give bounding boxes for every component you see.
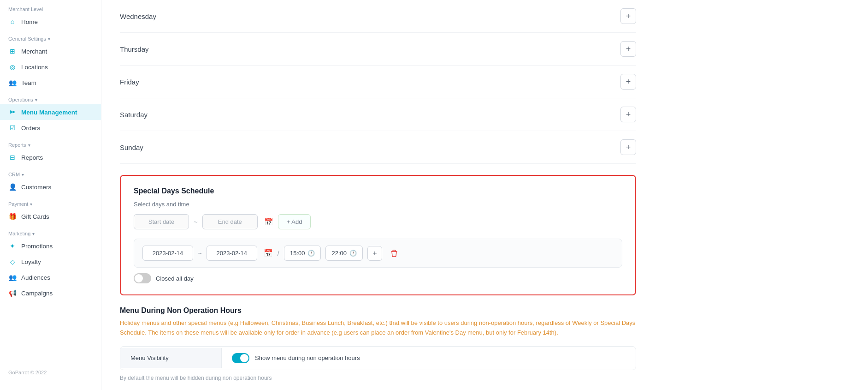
day-row-wednesday: Wednesday + — [120, 0, 636, 33]
add-time-slot-button[interactable]: + — [367, 246, 382, 261]
customers-icon: 👤 — [8, 183, 17, 191]
delete-entry-button[interactable] — [387, 246, 402, 261]
add-sunday-button[interactable]: + — [620, 139, 636, 155]
show-menu-label: Show menu during non operation hours — [255, 354, 360, 361]
entry-calendar-icon: 📅 — [264, 249, 273, 258]
special-days-schedule: Special Days Schedule Select days and ti… — [120, 175, 636, 295]
sidebar-item-gift-cards[interactable]: 🎁 Gift Cards — [0, 209, 101, 224]
start-date-input[interactable]: Start date — [134, 214, 189, 229]
sidebar-item-promotions[interactable]: ✦ Promotions — [0, 238, 101, 254]
merchant-icon: ⊞ — [8, 47, 17, 55]
menu-visibility-toggle[interactable] — [232, 353, 249, 363]
sidebar-item-locations[interactable]: ◎ Locations — [0, 59, 101, 75]
days-section: Wednesday + Thursday + Friday + Saturday… — [120, 0, 636, 164]
menu-management-icon: ✂ — [8, 108, 17, 116]
day-label-thursday: Thursday — [120, 45, 149, 53]
sidebar-item-team[interactable]: 👥 Team — [0, 75, 101, 90]
schedule-entry: 2023-02-14 ~ 2023-02-14 📅 / 15:00 🕐 22:0… — [134, 239, 622, 268]
clock-icon-end: 🕐 — [349, 250, 357, 257]
sidebar-team-label: Team — [21, 79, 36, 86]
sidebar-promotions-label: Promotions — [21, 243, 53, 250]
day-row-friday: Friday + — [120, 66, 636, 98]
default-note: By default the menu will be hidden durin… — [120, 375, 636, 381]
crm-label: CRM ▾ — [0, 165, 101, 179]
special-days-title: Special Days Schedule — [134, 187, 622, 195]
day-row-saturday: Saturday + — [120, 98, 636, 131]
sidebar-item-menu-management[interactable]: ✂ Menu Management — [0, 104, 101, 120]
sidebar-item-loyalty[interactable]: ◇ Loyalty — [0, 254, 101, 270]
audiences-icon: 👥 — [8, 273, 17, 282]
gift-cards-icon: 🎁 — [8, 212, 17, 221]
sidebar-item-campaigns[interactable]: 📢 Campaigns — [0, 285, 101, 301]
sidebar-item-orders[interactable]: ☑ Orders — [0, 120, 101, 136]
add-wednesday-button[interactable]: + — [620, 8, 636, 24]
entry-end-date[interactable]: 2023-02-14 — [207, 246, 257, 261]
slash-separator: / — [278, 249, 279, 257]
home-icon: ⌂ — [8, 18, 17, 26]
menu-visibility-label: Menu Visibility — [120, 348, 222, 368]
sidebar: Merchant Level ⌂ Home General Settings ▾… — [0, 0, 101, 390]
entry-tilde: ~ — [198, 249, 202, 257]
sidebar-audiences-label: Audiences — [21, 274, 50, 281]
calendar-icon: 📅 — [264, 217, 273, 226]
closed-all-day-toggle[interactable] — [134, 273, 151, 283]
day-label-friday: Friday — [120, 78, 139, 86]
reports-section-label: Reports ▾ — [0, 136, 101, 150]
entry-start-time[interactable]: 15:00 🕐 — [284, 246, 321, 261]
day-label-saturday: Saturday — [120, 111, 148, 119]
reports-icon: ⊟ — [8, 153, 17, 162]
chevron-down-icon: ▾ — [28, 143, 30, 148]
closed-all-day-label: Closed all day — [156, 275, 194, 282]
tilde-separator: ~ — [194, 218, 198, 226]
day-row-sunday: Sunday + — [120, 131, 636, 164]
sidebar-item-merchant[interactable]: ⊞ Merchant — [0, 43, 101, 59]
entry-end-time[interactable]: 22:00 🕐 — [325, 246, 363, 261]
merchant-level-label: Merchant Level — [0, 0, 101, 14]
sidebar-locations-label: Locations — [21, 64, 48, 71]
chevron-down-icon: ▾ — [35, 97, 37, 102]
menu-visibility-content: Show menu during non operation hours — [222, 347, 370, 370]
sidebar-item-audiences[interactable]: 👥 Audiences — [0, 270, 101, 285]
team-icon: 👥 — [8, 78, 17, 87]
add-friday-button[interactable]: + — [620, 74, 636, 90]
entry-start-date[interactable]: 2023-02-14 — [142, 246, 193, 261]
campaigns-icon: 📢 — [8, 289, 17, 297]
chevron-down-icon: ▾ — [22, 172, 24, 177]
sidebar-gift-cards-label: Gift Cards — [21, 213, 49, 220]
end-date-input[interactable]: End date — [202, 214, 258, 229]
sidebar-item-reports[interactable]: ⊟ Reports — [0, 150, 101, 165]
location-icon: ◎ — [8, 63, 17, 71]
main-content: Wednesday + Thursday + Friday + Saturday… — [101, 0, 868, 390]
sidebar-item-customers[interactable]: 👤 Customers — [0, 179, 101, 195]
marketing-label: Marketing ▾ — [0, 224, 101, 238]
day-row-thursday: Thursday + — [120, 33, 636, 66]
date-picker-row: Start date ~ End date 📅 + Add — [134, 214, 622, 229]
select-days-label: Select days and time — [134, 201, 622, 208]
chevron-down-icon: ▾ — [32, 231, 35, 236]
sidebar-menu-management-label: Menu Management — [21, 109, 77, 116]
sidebar-loyalty-label: Loyalty — [21, 258, 41, 265]
sidebar-footer: GoParrot © 2022 — [0, 364, 101, 381]
sidebar-item-home[interactable]: ⌂ Home — [0, 14, 101, 30]
chevron-down-icon: ▾ — [30, 202, 32, 207]
menu-visibility-row: Menu Visibility Show menu during non ope… — [120, 346, 636, 370]
promotions-icon: ✦ — [8, 242, 17, 250]
non-operation-section: Menu During Non Operation Hours Holiday … — [120, 306, 636, 381]
chevron-down-icon: ▾ — [48, 36, 50, 42]
add-saturday-button[interactable]: + — [620, 107, 636, 122]
sidebar-orders-label: Orders — [21, 125, 40, 132]
non-operation-desc: Holiday menus and other special menus (e… — [120, 318, 636, 338]
non-operation-title: Menu During Non Operation Hours — [120, 306, 636, 315]
sidebar-customers-label: Customers — [21, 184, 51, 191]
closed-all-day-row: Closed all day — [134, 273, 622, 283]
day-label-wednesday: Wednesday — [120, 12, 156, 20]
orders-icon: ☑ — [8, 124, 17, 132]
add-schedule-button[interactable]: + Add — [278, 214, 311, 229]
day-label-sunday: Sunday — [120, 144, 143, 151]
add-thursday-button[interactable]: + — [620, 41, 636, 57]
payment-label: Payment ▾ — [0, 195, 101, 209]
trash-icon — [390, 250, 398, 257]
sidebar-reports-label: Reports — [21, 154, 43, 161]
clock-icon: 🕐 — [307, 250, 315, 257]
loyalty-icon: ◇ — [8, 258, 17, 266]
